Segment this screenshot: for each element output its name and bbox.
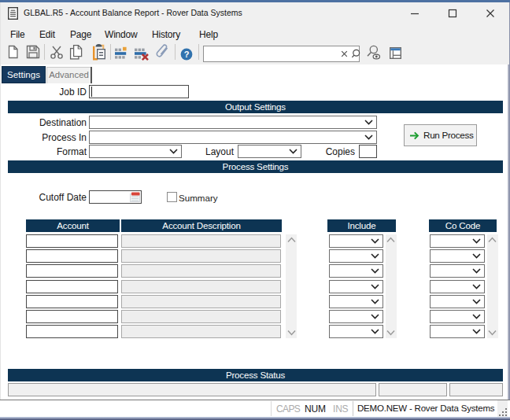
svg-text:?: ? <box>184 50 190 59</box>
